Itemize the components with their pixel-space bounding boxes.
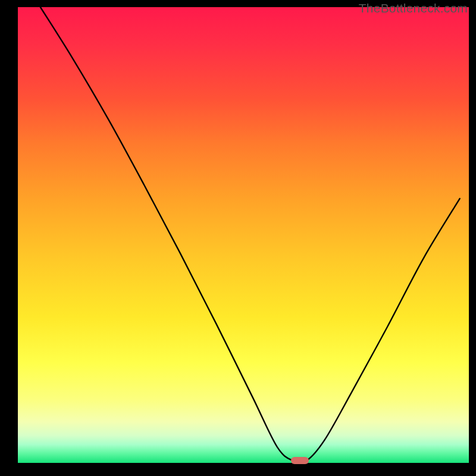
bottleneck-curve: [18, 7, 469, 463]
curve-path: [40, 7, 460, 463]
plot-area: [18, 7, 469, 463]
optimal-marker: [291, 457, 309, 464]
chart-frame: TheBottleneck.com: [0, 0, 476, 476]
watermark-text: TheBottleneck.com: [359, 1, 468, 15]
